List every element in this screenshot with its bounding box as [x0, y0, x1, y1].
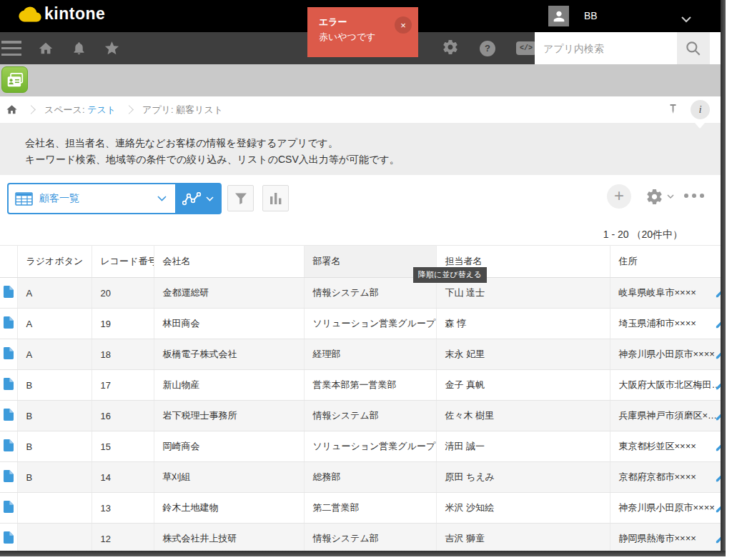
record-link-cell[interactable] — [0, 462, 17, 493]
graph-button[interactable] — [175, 184, 220, 213]
pagination-range: 1 - 20 （20件中） — [500, 229, 683, 241]
edit-pencil-icon[interactable] — [715, 503, 721, 514]
record-document-icon — [4, 409, 14, 421]
cell-person-name: 末永 妃里 — [436, 339, 610, 370]
breadcrumb-home-icon[interactable] — [6, 104, 18, 116]
description-line-1: 会社名、担当者名、連絡先などお客様の情報を登録するアプリです。 — [25, 135, 721, 151]
record-link-cell[interactable] — [0, 524, 17, 554]
cell-address: 京都府京都市×××× — [610, 462, 721, 493]
record-link-cell[interactable] — [0, 370, 17, 401]
cloud-icon — [19, 5, 41, 24]
bar-chart-icon — [269, 191, 282, 206]
table-row: 12 株式会社井上技研 情報システム部 吉沢 獅童 静岡県熱海市×××× — [0, 524, 721, 554]
column-header-record[interactable]: レコード番号 — [92, 246, 154, 278]
app-search-input[interactable] — [535, 32, 677, 64]
hamburger-menu-icon[interactable] — [1, 41, 21, 56]
table-row: A 19 林田商会 ソリューション営業グループ 森 惇 埼玉県浦和市×××× — [0, 309, 721, 339]
record-link-cell[interactable] — [0, 431, 17, 462]
record-document-icon — [4, 439, 14, 451]
kintone-logo[interactable]: kintone — [19, 4, 105, 24]
cell-person-name: 原田 ちえみ — [436, 462, 610, 493]
record-link-cell[interactable] — [0, 309, 17, 339]
magnifier-icon — [684, 39, 703, 58]
record-link-cell[interactable] — [0, 339, 17, 370]
edit-pencil-icon[interactable] — [715, 441, 721, 452]
graph-chevron-down-icon — [206, 196, 214, 201]
view-select-chevron-down-icon — [157, 196, 167, 201]
edit-pencil-icon[interactable] — [715, 411, 721, 421]
pin-icon[interactable] — [667, 103, 679, 117]
table-header-row: ラジオボタンレコード番号会社名部署名担当者名住所 — [0, 246, 721, 278]
cell-person-name: 佐々木 樹里 — [436, 401, 610, 431]
cell-address: 神奈川県小田原市×××× — [610, 493, 721, 524]
edit-pencil-icon[interactable] — [715, 319, 721, 329]
funnel-icon — [234, 191, 248, 206]
edit-pencil-icon[interactable] — [715, 349, 721, 360]
breadcrumb: スペース: テスト アプリ: 顧客リスト i — [0, 96, 721, 123]
cell-radio-button: A — [17, 339, 92, 370]
column-header-radio[interactable]: ラジオボタン — [17, 246, 92, 278]
table-row: B 16 岩下税理士事務所 情報システム部 佐々木 樹里 兵庫県神戸市須磨区×… — [0, 401, 721, 431]
column-header-icon[interactable] — [0, 246, 17, 278]
cell-person-name: 吉沢 獅童 — [436, 524, 610, 554]
cell-record-number: 16 — [92, 401, 154, 431]
cell-record-number: 19 — [92, 309, 154, 339]
cell-department-name: 営業本部第一営業部 — [304, 370, 436, 401]
window-right-edge — [721, 0, 726, 556]
kintone-window: kintone BB エラー 赤いやつです × — [0, 0, 732, 560]
window-bottom-edge — [0, 551, 726, 556]
cell-person-name: 森 惇 — [436, 309, 610, 339]
edit-pencil-icon[interactable] — [715, 288, 721, 299]
cell-radio-button: A — [17, 309, 92, 339]
more-options-ellipsis-icon[interactable] — [684, 194, 704, 198]
edit-pencil-icon[interactable] — [715, 534, 721, 544]
record-link-cell[interactable] — [0, 493, 17, 524]
app-header-bar: 顧客リスト — [0, 64, 721, 96]
app-settings-button[interactable] — [646, 188, 674, 206]
cell-record-number: 12 — [92, 524, 154, 554]
search-button[interactable] — [677, 32, 710, 64]
cell-department-name: 総務部 — [304, 462, 436, 493]
column-header-company[interactable]: 会社名 — [154, 246, 304, 278]
cell-address: 静岡県熱海市×××× — [610, 524, 721, 554]
help-icon[interactable]: ? — [480, 41, 495, 56]
user-avatar[interactable] — [548, 6, 569, 26]
toast-close-icon[interactable]: × — [395, 16, 412, 34]
notifications-bell-icon[interactable] — [70, 40, 87, 57]
cell-radio-button: A — [17, 278, 92, 309]
app-contact-card-icon — [1, 66, 28, 93]
developer-code-icon[interactable]: </> — [516, 41, 536, 55]
logo-text: kintone — [44, 4, 105, 24]
cell-department-name: 情報システム部 — [304, 524, 436, 554]
cell-department-name: 情報システム部 — [304, 401, 436, 431]
cell-record-number: 18 — [92, 339, 154, 370]
cell-person-name: 清田 誠一 — [436, 431, 610, 462]
cell-person-name: 金子 真帆 — [436, 370, 610, 401]
filter-button[interactable] — [227, 185, 254, 211]
favorites-star-icon[interactable] — [103, 40, 120, 57]
cell-department-name: ソリューション営業グループ — [304, 431, 436, 462]
user-name[interactable]: BB — [584, 10, 598, 21]
column-header-address[interactable]: 住所 — [610, 246, 721, 278]
settings-chevron-down-icon — [667, 194, 674, 199]
edit-pencil-icon[interactable] — [715, 380, 721, 391]
cell-department-name: 第二営業部 — [304, 493, 436, 524]
breadcrumb-space-link[interactable]: テスト — [87, 104, 116, 116]
navbar-spacer — [710, 32, 721, 64]
settings-gear-icon[interactable] — [442, 39, 459, 59]
cell-department-name: 経理部 — [304, 339, 436, 370]
home-icon[interactable] — [37, 40, 54, 57]
view-select-dropdown[interactable]: 顧客一覧 — [9, 184, 175, 213]
edit-pencil-icon[interactable] — [715, 472, 721, 483]
add-record-button[interactable]: + — [607, 184, 631, 209]
records-table: ラジオボタンレコード番号会社名部署名担当者名住所 A 20 金都運総研 情報シス… — [0, 245, 721, 554]
chart-button[interactable] — [262, 185, 289, 211]
cell-company-name: 岩下税理士事務所 — [154, 401, 304, 431]
record-link-cell[interactable] — [0, 278, 17, 309]
record-link-cell[interactable] — [0, 401, 17, 431]
table-row: B 17 新山物産 営業本部第一営業部 金子 真帆 大阪府大阪市北区梅田… — [0, 370, 721, 401]
table-row: B 15 岡崎商会 ソリューション営業グループ 清田 誠一 東京都杉並区×××× — [0, 431, 721, 462]
user-menu-chevron-down-icon[interactable] — [681, 13, 692, 26]
info-icon[interactable]: i — [691, 100, 710, 119]
view-selector-group: 顧客一覧 — [7, 183, 222, 214]
